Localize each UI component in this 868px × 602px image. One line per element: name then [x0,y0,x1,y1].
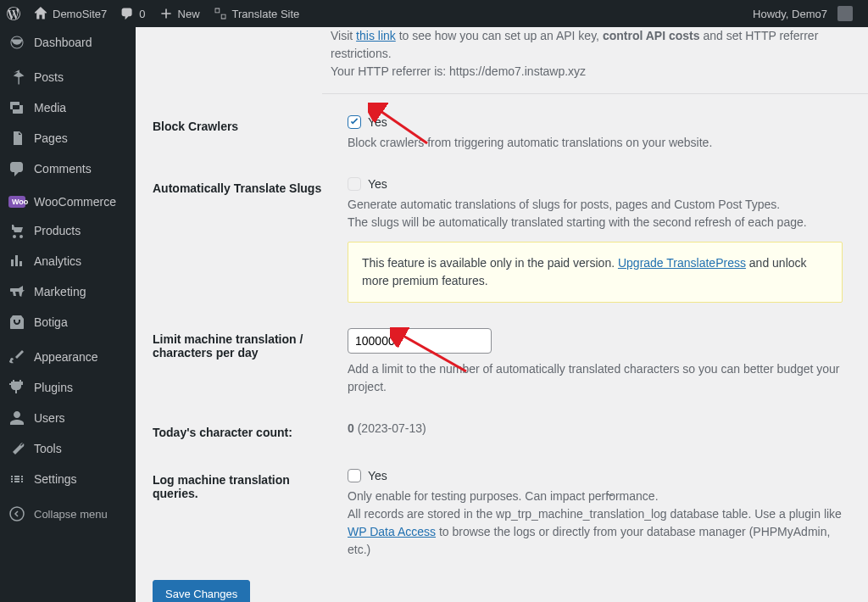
sidebar-item-label: Comments [34,162,92,176]
upgrade-notice: This feature is available only in the pa… [348,242,843,303]
block-crawlers-checkbox[interactable] [348,115,361,129]
sidebar-item-label: Posts [34,70,64,84]
sidebar-item-woocommerce[interactable]: Woo WooCommerce [0,188,136,215]
sidebar-item-posts[interactable]: Posts [0,62,136,92]
main-content: Visit this link to see how you can set u… [136,27,868,602]
plugin-icon [8,379,25,396]
admin-sidebar: Dashboard Posts Media Pages Comments Woo… [0,27,136,602]
comments-count: 0 [139,8,145,20]
plus-icon [159,7,173,20]
sidebar-item-plugins[interactable]: Plugins [0,372,136,403]
block-crawlers-desc: Block crawlers from triggering automatic… [348,134,843,152]
sidebar-item-label: Botiga [34,315,68,329]
pin-icon [8,69,25,86]
sidebar-item-label: Pages [34,131,68,145]
my-account[interactable]: Howdy, Demo7 [746,0,860,27]
sidebar-item-marketing[interactable]: Marketing [0,276,136,307]
api-link[interactable]: this link [356,29,396,42]
cut-off-description: Visit this link to see how you can set u… [322,27,868,94]
yes-label: Yes [368,115,387,129]
auto-slugs-checkbox [348,177,361,191]
sidebar-item-products[interactable]: Products [0,215,136,246]
megaphone-icon [8,283,25,300]
comments-bubble[interactable]: 0 [114,0,152,27]
wordpress-icon [7,7,20,20]
sidebar-item-media[interactable]: Media [0,92,136,123]
site-name-label: DemoSite7 [53,8,107,20]
sidebar-item-users[interactable]: Users [0,403,136,433]
sidebar-item-appearance[interactable]: Appearance [0,342,136,372]
log-desc: Only enable for testing purposes. Can im… [348,488,843,559]
log-checkbox[interactable] [348,469,361,482]
sidebar-item-label: Plugins [34,381,73,394]
translate-label: Translate Site [232,8,300,20]
sidebar-item-label: WooCommerce [34,195,116,209]
sidebar-item-pages[interactable]: Pages [0,123,136,153]
brush-icon [8,348,25,365]
sidebar-item-label: Tools [34,442,62,455]
sidebar-item-settings[interactable]: Settings [0,464,136,494]
collapse-icon [8,505,25,522]
sidebar-item-tools[interactable]: Tools [0,433,136,464]
sidebar-item-dashboard[interactable]: Dashboard [0,27,136,58]
wrench-icon [8,440,25,457]
wp-logo[interactable] [0,0,27,27]
sidebar-item-label: Marketing [34,285,86,298]
dashboard-icon [8,34,25,51]
comment-icon [8,160,25,177]
count-value: 0 (2023-07-13) [348,421,426,435]
woo-icon: Woo [8,196,25,208]
home-icon [34,7,47,20]
settings-icon [8,471,25,488]
auto-slugs-desc: Generate automatic translations of slugs… [348,196,843,231]
howdy-label: Howdy, Demo7 [753,8,827,20]
sidebar-item-label: Products [34,224,81,237]
translate-icon [214,7,227,20]
site-name[interactable]: DemoSite7 [27,0,114,27]
collapse-label: Collapse menu [34,508,108,521]
count-label: Today's character count: [153,409,339,456]
yes-label: Yes [368,469,387,482]
sidebar-item-botiga[interactable]: Botiga [0,307,136,337]
new-content[interactable]: New [153,0,207,27]
sidebar-item-label: Media [34,101,66,114]
sidebar-item-analytics[interactable]: Analytics [0,246,136,276]
tilde-mark: ~ [607,488,614,502]
limit-desc: Add a limit to the number of automatical… [348,360,843,396]
new-label: New [178,8,200,20]
sidebar-item-label: Settings [34,472,77,486]
admin-bar: DemoSite7 0 New Translate Site Howdy, De… [0,0,868,27]
sidebar-item-label: Analytics [34,254,81,268]
upgrade-link[interactable]: Upgrade TranslatePress [618,256,746,270]
auto-slugs-label: Automatically Translate Slugs [153,164,339,315]
user-icon [8,410,25,426]
page-icon [8,130,25,147]
media-icon [8,99,25,116]
limit-label: Limit machine translation / characters p… [153,315,339,409]
block-crawlers-label: Block Crawlers [153,103,339,164]
wp-data-access-link[interactable]: WP Data Access [348,525,436,538]
sidebar-item-label: Users [34,411,65,425]
products-icon [8,222,25,239]
botiga-icon [8,314,25,331]
svg-point-0 [10,507,24,521]
log-label: Log machine translation queries. [153,456,339,571]
sidebar-item-comments[interactable]: Comments [0,153,136,184]
analytics-icon [8,253,25,270]
save-button[interactable]: Save Changes [153,580,250,602]
yes-label: Yes [368,177,387,191]
translate-site[interactable]: Translate Site [207,0,307,27]
limit-input[interactable] [348,328,492,354]
sidebar-item-label: Dashboard [34,36,92,49]
avatar [837,6,853,21]
comment-icon [120,7,134,20]
sidebar-item-label: Appearance [34,350,98,364]
collapse-menu[interactable]: Collapse menu [0,499,136,529]
